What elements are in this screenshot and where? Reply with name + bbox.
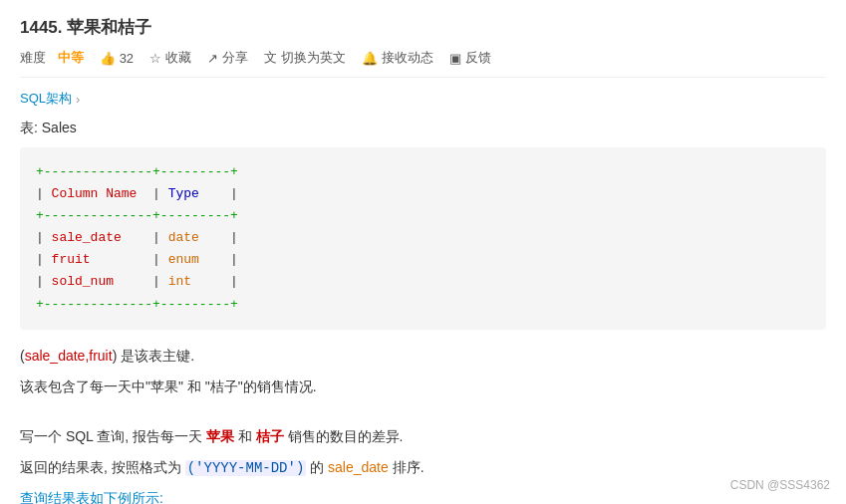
divider: [20, 77, 826, 78]
feedback-icon: ▣: [449, 51, 461, 66]
share-button[interactable]: ↗ 分享: [207, 49, 248, 67]
col-name-header: Column Name: [52, 186, 138, 201]
difficulty-item: 难度 中等: [20, 49, 84, 67]
code-line-border2: +--------------+---------+: [36, 205, 810, 227]
title-row: 1445. 苹果和桔子: [20, 16, 826, 39]
query-2: 返回的结果表, 按照格式为 ('YYYY-MM-DD') 的 sale_date…: [20, 454, 826, 482]
col-enum-val: enum: [168, 252, 199, 267]
apple-highlight: 苹果: [206, 428, 234, 444]
share-label: 分享: [222, 49, 248, 67]
code-line-sale-date: | sale_date | date |: [36, 227, 810, 249]
col-date-val: date: [168, 230, 199, 245]
problem-title: 1445. 苹果和桔子: [20, 16, 151, 39]
section-gap: [20, 405, 826, 423]
notify-button[interactable]: 🔔 接收动态: [362, 49, 433, 67]
col-sale-date: sale_date: [52, 230, 122, 245]
switch-lang-button[interactable]: 文 切换为英文: [264, 49, 346, 67]
key-sale-date: sale_date,fruit: [25, 348, 113, 364]
notify-label: 接收动态: [382, 49, 433, 67]
orange-highlight: 桔子: [256, 428, 284, 444]
col-sold-num: sold_num: [52, 274, 114, 289]
difficulty-label: 难度: [20, 49, 46, 67]
col-fruit: fruit: [52, 252, 91, 267]
sale-date-ref: sale_date: [328, 459, 389, 475]
desc1-text: (sale_date,fruit) 是该表主键.: [20, 348, 194, 364]
collect-label: 收藏: [165, 49, 191, 67]
description-1: (sale_date,fruit) 是该表主键.: [20, 344, 826, 369]
switch-label: 切换为英文: [281, 49, 346, 67]
toolbar: 难度 中等 👍 32 ☆ 收藏 ↗ 分享 文 切换为英文 🔔 接收动态 ▣ 反馈: [20, 49, 826, 67]
like-count: 32: [120, 51, 134, 66]
share-icon: ↗: [207, 51, 218, 66]
col-type-header: Type: [168, 186, 199, 201]
star-icon: ☆: [149, 51, 161, 66]
breadcrumb-sep: ›: [76, 92, 80, 107]
code-line-border3: +--------------+---------+: [36, 294, 810, 316]
breadcrumb-sql[interactable]: SQL架构: [20, 90, 72, 108]
code-line-border1: +--------------+---------+: [36, 161, 810, 183]
code-block: +--------------+---------+ | Column Name…: [20, 147, 826, 330]
code-line-fruit: | fruit | enum |: [36, 249, 810, 271]
code-line-header: | Column Name | Type |: [36, 183, 810, 205]
like-button[interactable]: 👍 32: [100, 51, 134, 66]
bell-icon: 🔔: [362, 51, 378, 66]
watermark: CSDN @SSS4362: [730, 478, 830, 492]
col-int-val: int: [168, 274, 191, 289]
feedback-label: 反馈: [465, 49, 491, 67]
feedback-button[interactable]: ▣ 反馈: [449, 49, 491, 67]
like-icon: 👍: [100, 51, 116, 66]
table-label: 表: Sales: [20, 120, 826, 137]
query-3[interactable]: 查询结果表如下例所示:: [20, 485, 826, 504]
breadcrumb: SQL架构 ›: [20, 90, 826, 108]
collect-button[interactable]: ☆ 收藏: [149, 49, 191, 67]
code-line-sold-num: | sold_num | int |: [36, 271, 810, 293]
description-2: 该表包含了每一天中"苹果" 和 "桔子"的销售情况.: [20, 375, 826, 399]
query-1: 写一个 SQL 查询, 报告每一天 苹果 和 桔子 销售的数目的差异.: [20, 423, 826, 450]
difficulty-value: 中等: [58, 49, 84, 67]
translate-icon: 文: [264, 49, 277, 67]
date-format: ('YYYY-MM-DD'): [185, 460, 307, 476]
